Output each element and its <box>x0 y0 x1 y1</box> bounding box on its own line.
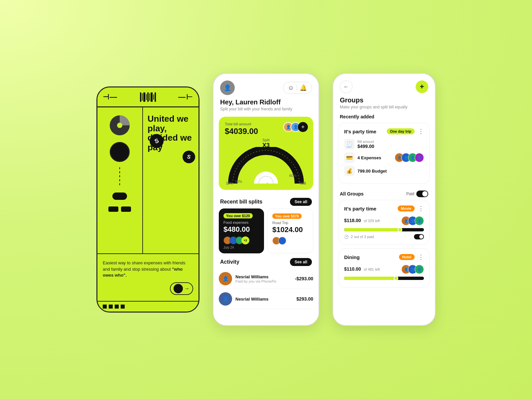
group-2-amount-info: $118.00 of 329 left <box>344 217 380 223</box>
dash-right-icon: —⊢ <box>178 93 193 101</box>
group-3-progress-fill <box>344 277 396 280</box>
phone3-topbar: ← + <box>333 74 435 96</box>
group-3-amount-sub: of 481 left <box>364 267 380 271</box>
phone1-tagline: Easiest way to share expenses with frien… <box>103 260 193 278</box>
activity-name-2: Nesrial Williams <box>235 297 269 302</box>
phone2-header: 👤 ☺ 🔔 <box>213 74 319 98</box>
arrow-icon: → <box>184 286 190 292</box>
group-1-bill-info: Bill amount $499.00 <box>357 140 374 149</box>
activity-amount-2: $293.00 <box>296 296 313 302</box>
group-card-1: It's party time One day trip ⋮ 🧾 Bill am… <box>338 123 430 184</box>
group-2-paid-info-row: 🕐 2 out of 3 paid <box>344 234 424 239</box>
split-avatars-2 <box>272 237 308 245</box>
group-2-progress-dot <box>398 227 402 232</box>
groups-subtitle: Make your groups and split bill equally <box>333 105 435 114</box>
bill-splits-row: You owe $120 Food expenses $480.00 +2 Ju… <box>213 208 319 253</box>
see-all-activity-btn[interactable]: See all <box>290 258 312 266</box>
g2-av-3: 👤 <box>415 216 424 225</box>
greeting-name: Hey, Lauren Ridloff <box>220 98 312 106</box>
dash-left-icon: ⊣— <box>103 93 118 101</box>
svg-text:60%: 60% <box>289 174 297 178</box>
bell-icon[interactable]: 🔔 <box>300 84 307 91</box>
icon-divider <box>297 85 297 91</box>
group-2-progress-fill <box>344 228 400 231</box>
gauge-svg: → 30% 60% <box>226 147 306 184</box>
icon-row <box>108 206 131 212</box>
activity-avatar-1: 👤 <box>219 272 232 285</box>
phone1-bottom: Easiest way to share expenses with frien… <box>97 253 199 301</box>
group-1-expenses-row: 💳 4 Expenses 👤 👤 👤 👤 <box>344 152 424 163</box>
phone-3: ← + Groups Make your groups and split bi… <box>332 73 436 326</box>
phone-1: ⊣— —⊢ <box>96 86 200 313</box>
split-amount-2: $1024.00 <box>272 225 308 234</box>
split-avatars-1: +2 <box>223 236 259 244</box>
split-name-1: Food expenses <box>223 220 259 224</box>
group-3-amount: $110.00 <box>344 266 361 272</box>
phone1-body: United we play, divided we pay S S <box>97 107 199 253</box>
toggle-knob <box>422 191 428 197</box>
all-groups-header: All Groups Paid <box>333 188 435 200</box>
group-3-avatars: 👤 👤 👤 <box>401 265 424 274</box>
group-3-progress-bar <box>344 277 424 280</box>
footer-square-3 <box>115 305 119 309</box>
add-member-btn[interactable]: + <box>298 122 308 132</box>
see-all-splits-btn[interactable]: See all <box>290 198 312 206</box>
group-2-amount-sub: of 329 left <box>364 219 380 223</box>
group-2-toggle-knob <box>419 235 423 239</box>
activity-header: Activity See all <box>213 253 319 269</box>
activity-avatar-2: 👤 <box>219 292 232 306</box>
knob-icon <box>110 142 130 162</box>
g-av-4: 👤 <box>415 153 424 162</box>
cta-circle <box>174 284 183 293</box>
bill-avatars: 👤 👤 + <box>283 122 308 132</box>
activity-left-1: 👤 Nesrial Williams Paid by you via Phone… <box>219 272 276 285</box>
more-options-3[interactable]: ⋮ <box>418 253 424 261</box>
footer-square-2 <box>109 305 113 309</box>
group-2-toggle[interactable] <box>414 234 424 239</box>
activity-title: Activity <box>220 259 239 265</box>
g3-av-3: 👤 <box>415 265 424 274</box>
phone1-footer <box>97 301 199 312</box>
add-group-button[interactable]: + <box>416 80 428 93</box>
oval-btn-1[interactable] <box>112 193 127 200</box>
split-av-w2 <box>278 237 286 245</box>
group-2-paid-text: 2 out of 3 paid <box>351 235 374 239</box>
group-1-bill-label: Bill amount <box>357 140 374 144</box>
expenses-icon: 💳 <box>344 152 355 163</box>
activity-info-1: Nesrial Williams Paid by you via PhonePe <box>235 274 276 283</box>
group-3-amount-info: $110.00 of 481 left <box>344 266 380 272</box>
icon-square-2 <box>121 206 131 212</box>
activity-left-2: 👤 Nesrial Williams <box>219 292 269 306</box>
activity-name-1: Nesrial Williams <box>235 274 276 279</box>
barcode-icon <box>140 92 156 102</box>
svg-text:30%: 30% <box>235 180 242 184</box>
group-card-2-header: It's party time Movie ⋮ <box>344 205 424 212</box>
plus-count: +2 <box>241 236 249 244</box>
groups-title: Groups <box>333 96 435 105</box>
group-2-tag: Movie <box>398 205 415 211</box>
back-button[interactable]: ← <box>340 80 352 93</box>
group-1-bill-amount: $499.00 <box>357 144 374 149</box>
more-options-1[interactable]: ⋮ <box>418 128 424 135</box>
group-2-amount: $118.00 <box>344 218 361 223</box>
dashed-line <box>119 167 120 187</box>
group-2-name: It's party time <box>344 206 376 211</box>
group-3-amount-row: $110.00 of 481 left 👤 👤 👤 <box>344 265 424 274</box>
recently-added-label: Recently added <box>333 114 435 123</box>
split-amount-1: $480.00 <box>223 225 259 234</box>
greeting-section: Hey, Lauren Ridloff Split your bill with… <box>213 98 319 113</box>
gauge-section: Split X3 → 30% 60% 10% %05 <box>225 138 307 184</box>
bill-card: Total bill amount $4039.00 👤 👤 + Split X… <box>219 117 313 190</box>
activity-item-2: 👤 Nesrial Williams $293.00 <box>219 289 313 309</box>
all-groups-label: All Groups <box>340 191 364 197</box>
phone1-header: ⊣— —⊢ <box>97 87 199 107</box>
group-1-avatars: 👤 👤 👤 👤 <box>395 153 424 162</box>
more-options-2[interactable]: ⋮ <box>418 205 424 212</box>
group-3-progress-dot <box>394 276 398 281</box>
cta-button[interactable]: → <box>170 282 193 295</box>
group-card-1-header: It's party time One day trip ⋮ <box>344 128 424 135</box>
paid-toggle-switch[interactable] <box>416 191 428 197</box>
emoji-icon[interactable]: ☺ <box>288 84 294 91</box>
activity-amount-1: -$293.00 <box>295 276 313 281</box>
svg-text:→: → <box>263 180 269 184</box>
